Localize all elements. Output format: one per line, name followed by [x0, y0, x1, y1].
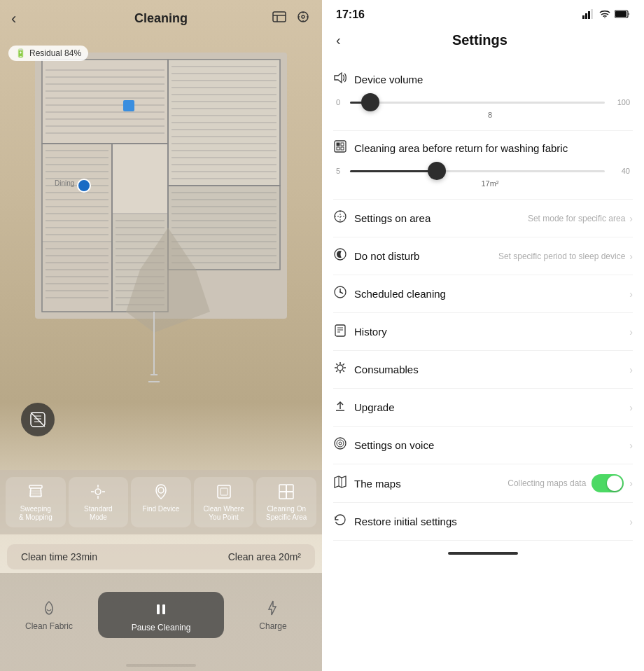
device-volume-label-row: Device volume	[333, 71, 633, 88]
clean-time: Clean time 23min	[21, 551, 97, 562]
restore-initial-label: Restore initial settings	[354, 516, 629, 527]
home-indicator-right	[448, 552, 518, 555]
standard-mode-button[interactable]: StandardMode	[69, 477, 129, 527]
settings-on-area-item[interactable]: Settings on area Set mode for specific a…	[333, 200, 633, 237]
upgrade-icon	[333, 399, 354, 416]
settings-on-voice-right: ›	[629, 440, 633, 451]
stats-bar: Clean time 23min Clean area 20m²	[7, 544, 315, 569]
status-time: 17:16	[336, 8, 365, 21]
consumables-right: ›	[629, 364, 633, 375]
history-item[interactable]: History ›	[333, 313, 633, 351]
volume-thumb[interactable]	[361, 93, 379, 111]
back-button[interactable]: ‹	[11, 10, 16, 28]
map-icon[interactable]	[272, 9, 287, 28]
svg-point-164	[339, 442, 342, 445]
volume-label: Device volume	[354, 74, 423, 85]
settings-on-area-label: Settings on area	[354, 212, 528, 224]
scheduled-cleaning-right: ›	[629, 289, 633, 300]
svg-rect-138	[337, 147, 340, 150]
consumables-content: Consumables	[354, 364, 629, 375]
svg-rect-119	[218, 485, 230, 498]
chevron-icon-7: ›	[629, 440, 633, 451]
svg-line-158	[343, 371, 344, 372]
the-maps-right: Collecting maps data ›	[507, 474, 633, 492]
svg-rect-122	[286, 485, 293, 492]
clean-where-button[interactable]: Clean WhereYou Point	[194, 477, 254, 527]
map-container[interactable]: Dining	[14, 39, 308, 431]
pause-cleaning-button[interactable]: Pause Cleaning	[98, 592, 224, 638]
consumables-label: Consumables	[354, 364, 629, 375]
svg-point-118	[158, 487, 164, 493]
standard-mode-icon	[89, 483, 107, 501]
chevron-icon-3: ›	[629, 289, 633, 300]
cleaning-on-area-button[interactable]: Cleaning OnSpecific Area	[256, 477, 316, 527]
svg-rect-148	[335, 325, 345, 336]
cleaning-area-section: Cleaning area before return for washing …	[333, 131, 633, 200]
settings-circle-button[interactable]	[21, 403, 55, 436]
scheduled-cleaning-item[interactable]: Scheduled cleaning ›	[333, 275, 633, 313]
cleaning-area-slider[interactable]: 5 40	[333, 167, 633, 175]
battery-badge: 🔋 Residual 84%	[8, 46, 88, 61]
scheduled-cleaning-icon	[333, 285, 354, 303]
svg-line-102	[31, 413, 45, 427]
consumables-icon	[333, 361, 354, 378]
svg-point-147	[340, 291, 341, 293]
cleaning-area-label: Cleaning area before return for washing …	[354, 142, 568, 154]
cleaning-area-track[interactable]	[350, 170, 605, 172]
do-not-disturb-label: Do not disturb	[354, 250, 498, 262]
left-panel: ‹ Cleaning	[0, 0, 322, 671]
restore-initial-content: Restore initial settings	[354, 516, 629, 527]
sweep-mop-button[interactable]: Sweeping& Mopping	[6, 477, 66, 527]
chevron-icon-9: ›	[629, 516, 633, 527]
settings-on-area-hint: Set mode for specific area	[528, 214, 625, 223]
settings-on-voice-label: Settings on voice	[354, 439, 629, 451]
scan-icon[interactable]	[295, 9, 311, 28]
chevron-icon-4: ›	[629, 326, 633, 338]
cleaning-area-fill	[350, 170, 437, 172]
upgrade-label: Upgrade	[354, 401, 629, 413]
svg-rect-10	[42, 60, 168, 144]
settings-title: Settings	[344, 32, 616, 48]
cleaning-area-thumb[interactable]	[428, 162, 446, 180]
consumables-item[interactable]: Consumables ›	[333, 351, 633, 389]
battery-status-icon	[615, 10, 630, 20]
do-not-disturb-icon	[333, 247, 354, 265]
volume-value: 8	[333, 111, 633, 119]
history-content: History	[354, 326, 629, 338]
charge-button[interactable]: Charge	[224, 599, 322, 631]
the-maps-label: The maps	[354, 478, 507, 490]
volume-track[interactable]	[350, 102, 605, 104]
settings-back-button[interactable]: ‹	[333, 29, 344, 51]
volume-slider[interactable]: 0 100	[333, 98, 633, 106]
right-header: ‹ Settings	[322, 24, 644, 62]
svg-line-159	[343, 364, 344, 365]
battery-icon: 🔋	[15, 48, 26, 58]
svg-marker-165	[335, 476, 346, 487]
do-not-disturb-content: Do not disturb	[354, 250, 498, 262]
scheduled-cleaning-label: Scheduled cleaning	[354, 288, 629, 300]
find-device-icon	[152, 483, 170, 501]
maps-toggle[interactable]	[592, 474, 624, 492]
svg-marker-134	[335, 73, 342, 83]
do-not-disturb-item[interactable]: Do not disturb Set specific period to sl…	[333, 237, 633, 275]
header-icons	[272, 9, 311, 28]
find-device-button[interactable]: Find Device	[131, 477, 191, 527]
the-maps-hint: Collecting maps data	[507, 478, 586, 488]
svg-rect-133	[615, 11, 626, 17]
the-maps-item[interactable]: The maps Collecting maps data ›	[333, 464, 633, 503]
svg-rect-95	[123, 100, 134, 111]
settings-on-voice-item[interactable]: Settings on voice ›	[333, 427, 633, 464]
clean-area: Clean area 20m²	[228, 551, 301, 562]
svg-text:Dining: Dining	[55, 179, 74, 187]
pause-cleaning-label: Pause Cleaning	[132, 623, 191, 632]
svg-rect-126	[162, 604, 165, 614]
restore-initial-item[interactable]: Restore initial settings ›	[333, 503, 633, 541]
clean-fabric-button[interactable]: Clean Fabric	[0, 599, 98, 631]
sweep-mop-label: Sweeping& Mopping	[19, 505, 52, 522]
upgrade-item[interactable]: Upgrade ›	[333, 389, 633, 427]
scheduled-cleaning-content: Scheduled cleaning	[354, 288, 629, 300]
chevron-icon-2: ›	[629, 251, 633, 262]
svg-rect-106	[29, 485, 42, 488]
svg-rect-123	[279, 492, 286, 499]
svg-rect-130	[591, 9, 593, 19]
